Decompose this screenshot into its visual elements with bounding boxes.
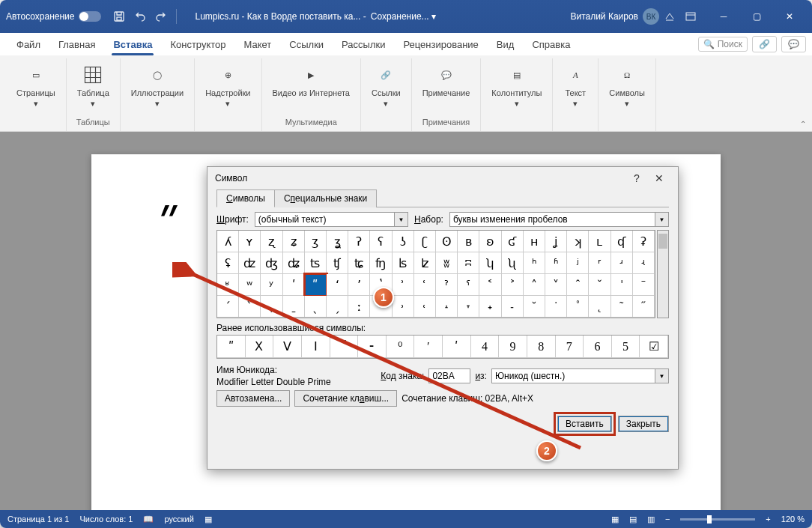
char-cell[interactable]: ˁ [458,274,479,296]
tab-insert[interactable]: Вставка [104,34,161,55]
recent-char-cell[interactable]: 6 [584,336,612,358]
char-cell[interactable]: ʥ [283,252,305,274]
comments-button[interactable]: 💬 [781,36,806,52]
shortcut-button[interactable]: Сочетание клавиш... [294,390,397,407]
char-cell[interactable]: ʵ [633,252,655,274]
char-cell[interactable]: ˆ [567,274,589,296]
char-cell[interactable]: ʕ [370,231,392,252]
char-cell[interactable]: ˓ [414,296,436,318]
insert-button[interactable]: Вставить [557,416,612,432]
recent-char-cell[interactable]: ʹ [443,336,471,358]
char-cell[interactable]: ʡ [633,231,655,252]
maximize-button[interactable]: ▢ [740,0,773,33]
char-cell[interactable]: ʔ [348,231,370,252]
recent-char-cell[interactable]: Ⅴ [273,336,302,358]
tab-design[interactable]: Конструктор [161,34,234,55]
zoom-in-icon[interactable]: + [766,515,770,524]
char-cell[interactable]: ʝ [545,231,567,252]
autosave-toggle[interactable]: Автосохранение [6,11,101,22]
char-cell[interactable]: ʏ [239,231,261,252]
character-grid[interactable]: ʎʏʐʑʒʓʔʕʖʗʘʙʚʛʜʝʞʟʠʡʢʣʤʥʦʧʨʩʪʫʬʭʮʯʰʱʲʳʴʵ… [216,230,655,318]
char-cell[interactable]: ˈ [611,274,633,296]
char-cell[interactable]: ˋ [239,296,261,318]
illustrations-button[interactable]: ◯Иллюстрации▾ [127,60,188,112]
recent-char-cell[interactable]: ′ [414,336,443,358]
header-footer-button[interactable]: ▤Колонтитулы▾ [487,60,546,112]
close-button-dialog[interactable]: Закрыть [618,416,669,432]
char-cell[interactable]: ʦ [305,252,327,274]
char-cell[interactable]: ʛ [502,231,524,252]
minimize-button[interactable]: ─ [707,0,740,33]
char-cell[interactable]: ˃ [502,274,524,296]
zoom-level[interactable]: 120 % [781,515,805,524]
recent-char-cell[interactable]: ‾ [330,336,359,358]
font-combo[interactable]: ▼ [255,212,408,227]
char-cell[interactable]: ː [348,296,370,318]
grid-scrollbar[interactable] [657,230,669,318]
char-cell[interactable]: ʨ [348,252,370,274]
tab-references[interactable]: Ссылки [280,34,333,55]
recent-char-cell[interactable]: Ⅹ [246,336,274,358]
char-cell[interactable]: ˂ [479,274,501,296]
char-cell[interactable]: ʐ [261,231,282,252]
char-cell[interactable]: ʷ [239,274,261,296]
recent-char-cell[interactable]: 9 [499,336,527,358]
char-cell[interactable]: ˛ [589,296,610,318]
char-cell[interactable]: ˇ [589,274,610,296]
tab-help[interactable]: Справка [523,34,579,55]
char-cell[interactable]: ˙ [545,296,567,318]
char-cell[interactable]: ˒ [393,296,414,318]
recent-char-cell[interactable]: ⁃ [358,336,387,358]
char-cell[interactable]: ʮ [479,252,501,274]
pages-button[interactable]: ▭Страницы▾ [12,60,60,112]
char-cell[interactable]: ˌ [261,296,282,318]
redo-icon[interactable] [153,8,169,25]
char-cell[interactable]: ʩ [370,252,392,274]
char-cell[interactable]: ˚ [567,296,589,318]
char-cell[interactable]: ˏ [327,296,348,318]
web-layout-icon[interactable]: ▥ [647,515,655,524]
tab-symbols[interactable]: Символы [216,189,275,207]
dialog-close-button[interactable]: ✕ [648,167,670,189]
char-cell[interactable]: ˊ [217,296,239,318]
recent-char-cell[interactable]: 7 [556,336,584,358]
user-account[interactable]: Виталий Каиров ВК [570,8,659,25]
char-cell[interactable]: ʾ [393,274,414,296]
from-combo[interactable]: ▼ [491,368,669,383]
tab-file[interactable]: Файл [7,34,49,55]
char-cell[interactable]: ʢ [217,252,239,274]
char-cell[interactable]: ʻ [327,274,348,296]
char-cell[interactable]: ˔ [436,296,458,318]
char-cell[interactable]: ʑ [283,231,305,252]
page-status[interactable]: Страница 1 из 1 [7,515,69,524]
char-cell[interactable]: ʚ [479,231,501,252]
recent-symbols-grid[interactable]: ʺⅩⅤⅠ‾⁃⁰′ʹ498765☑ [216,335,669,359]
char-cell[interactable]: ʱ [545,252,567,274]
spellcheck-icon[interactable]: 📖 [143,515,154,524]
char-cell[interactable]: ʹ [283,274,305,296]
coming-soon-icon[interactable] [661,8,678,25]
char-cell[interactable]: ʪ [393,252,414,274]
char-cell[interactable]: ʎ [217,231,239,252]
save-status[interactable]: Сохранение... ▾ [371,11,436,22]
code-input[interactable] [428,368,470,383]
chevron-down-icon[interactable]: ▼ [655,368,669,383]
char-cell[interactable]: ʺ [305,274,327,296]
set-combo[interactable]: ▼ [449,212,669,227]
char-cell[interactable]: ʰ [524,252,545,274]
char-cell[interactable]: ʲ [567,252,589,274]
word-count[interactable]: Число слов: 1 [79,515,133,524]
toggle-switch-icon[interactable] [79,11,101,22]
tab-mailings[interactable]: Рассылки [333,34,394,55]
comment-button[interactable]: 💬Примечание [418,60,475,100]
char-cell[interactable]: ˉ [633,274,655,296]
char-cell[interactable]: ˝ [633,296,655,318]
tab-home[interactable]: Главная [49,34,104,55]
zoom-slider[interactable] [680,518,755,521]
tab-view[interactable]: Вид [488,34,524,55]
language-status[interactable]: русский [164,515,193,524]
recent-char-cell[interactable]: ʺ [217,336,246,358]
char-cell[interactable]: ˄ [524,274,545,296]
char-cell[interactable]: ʒ [305,231,327,252]
dialog-help-button[interactable]: ? [625,167,648,189]
